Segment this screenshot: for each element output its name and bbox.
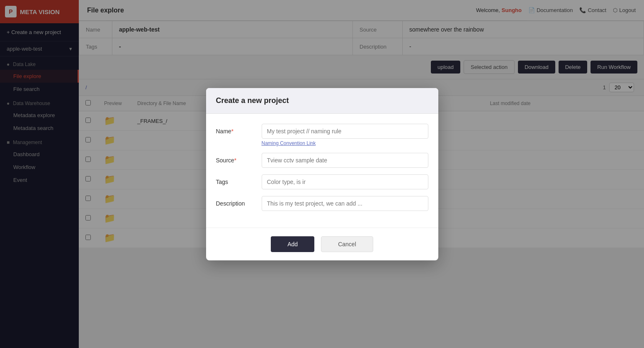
desc-input[interactable] (262, 196, 428, 211)
source-input[interactable] (262, 153, 428, 168)
create-project-modal: Create a new project Name* Naming Conven… (206, 88, 438, 260)
tags-field-label: Tags (216, 174, 262, 185)
modal-header: Create a new project (206, 88, 438, 114)
name-input-wrap: Naming Convention Link (262, 124, 428, 146)
cancel-button[interactable]: Cancel (321, 236, 373, 252)
modal-title: Create a new project (216, 96, 428, 105)
tags-input-wrap (262, 174, 428, 189)
modal-body: Name* Naming Convention Link Source* (206, 114, 438, 228)
name-input[interactable] (262, 124, 428, 139)
name-form-row: Name* Naming Convention Link (216, 124, 428, 146)
modal-overlay: Create a new project Name* Naming Conven… (0, 0, 644, 348)
tags-form-row: Tags (216, 174, 428, 189)
source-field-label: Source* (216, 153, 262, 164)
description-form-row: Description (216, 196, 428, 211)
desc-field-label: Description (216, 196, 262, 207)
source-input-wrap (262, 153, 428, 168)
source-form-row: Source* (216, 153, 428, 168)
name-field-label: Name* (216, 124, 262, 135)
naming-convention-link[interactable]: Naming Convention Link (262, 140, 428, 146)
modal-footer: Add Cancel (206, 228, 438, 260)
add-button[interactable]: Add (271, 236, 314, 252)
desc-input-wrap (262, 196, 428, 211)
tags-input[interactable] (262, 174, 428, 189)
